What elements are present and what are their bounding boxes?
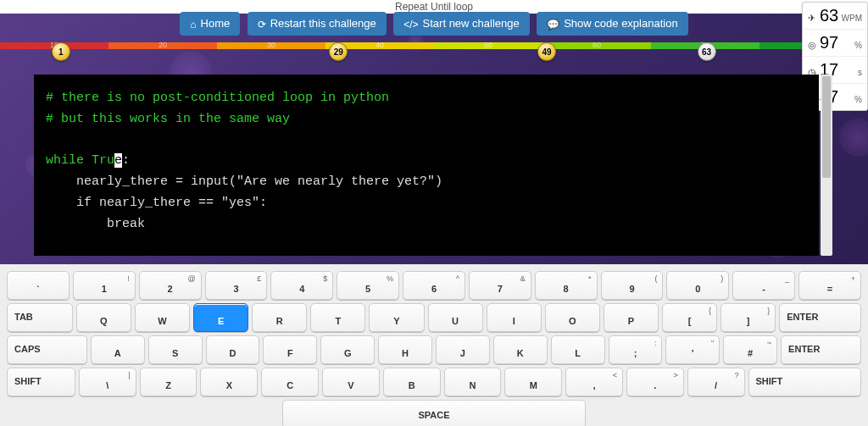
toolbar: ⌂Home ⟳Restart this challenge </>Start n… xyxy=(0,12,868,36)
progress-marker: 29 xyxy=(329,42,348,61)
key-][interactable]: }] xyxy=(721,303,776,332)
key-[[interactable]: {[ xyxy=(662,303,717,332)
key-6[interactable]: ^6 xyxy=(403,271,465,300)
text-cursor: e xyxy=(114,153,122,168)
key-e[interactable]: E xyxy=(193,303,248,332)
key-'[interactable]: "' xyxy=(665,335,720,364)
key-a[interactable]: A xyxy=(91,335,145,364)
chat-icon: 💬 xyxy=(547,19,559,30)
stat-wpm: ✈ 63 WPM xyxy=(803,3,867,30)
key-r[interactable]: R xyxy=(252,303,307,332)
key-d[interactable]: D xyxy=(206,335,260,364)
key-enter[interactable]: ENTER xyxy=(781,335,861,364)
key-g[interactable]: G xyxy=(320,335,375,364)
key-=[interactable]: += xyxy=(798,271,861,300)
key-2[interactable]: @2 xyxy=(139,271,202,300)
home-icon: ⌂ xyxy=(190,19,196,30)
key-;[interactable]: :; xyxy=(609,335,663,364)
plane-icon: ✈ xyxy=(808,13,820,24)
code-line xyxy=(46,130,807,152)
code-line: nearly_there = input("Are we nearly ther… xyxy=(46,172,807,193)
code-line: # but this works in the same way xyxy=(46,109,807,130)
key-0[interactable]: )0 xyxy=(666,271,729,300)
key-w[interactable]: W xyxy=(135,303,190,332)
key-i[interactable]: I xyxy=(487,303,542,332)
key--[interactable]: _- xyxy=(732,271,795,300)
key-y[interactable]: Y xyxy=(369,303,424,332)
key-4[interactable]: $4 xyxy=(270,271,333,300)
code-icon: </> xyxy=(403,19,418,30)
key-q[interactable]: Q xyxy=(76,303,131,332)
progress-marker: 49 xyxy=(537,42,556,61)
key-v[interactable]: V xyxy=(322,368,380,396)
key-tab[interactable]: TAB xyxy=(7,303,73,332)
code-line: if nearly_there == "yes": xyxy=(46,193,807,214)
key-z[interactable]: Z xyxy=(140,368,198,396)
explain-button[interactable]: 💬Show code explanation xyxy=(537,12,687,36)
progress-marker: 63 xyxy=(698,42,716,61)
key-shift[interactable]: SHIFT xyxy=(748,368,862,396)
code-line: # there is no post-conditioned loop in p… xyxy=(46,88,807,109)
key-caps[interactable]: CAPS xyxy=(7,335,87,364)
key-enter[interactable]: ENTER xyxy=(779,303,861,332)
key-3[interactable]: £3 xyxy=(205,271,268,300)
key-1[interactable]: !1 xyxy=(73,271,136,300)
key-8[interactable]: *8 xyxy=(535,271,598,300)
progress-bar: 10203040506070 1294963 xyxy=(0,42,868,51)
key-p[interactable]: P xyxy=(604,303,659,332)
key-/[interactable]: ?/ xyxy=(687,368,745,396)
key-m[interactable]: M xyxy=(504,368,562,396)
scrollbar-thumb[interactable] xyxy=(822,76,831,178)
key-.[interactable]: >. xyxy=(626,368,684,396)
key-b[interactable]: B xyxy=(383,368,441,396)
key-7[interactable]: &7 xyxy=(469,271,531,300)
code-line: break xyxy=(46,214,807,235)
key-space[interactable]: SPACE xyxy=(282,400,586,426)
key-`[interactable]: ` xyxy=(7,271,70,300)
key-t[interactable]: T xyxy=(310,303,365,332)
refresh-icon: ⟳ xyxy=(258,19,266,30)
key-5[interactable]: %5 xyxy=(337,271,399,300)
key-f[interactable]: F xyxy=(263,335,317,364)
key-x[interactable]: X xyxy=(200,368,258,396)
key-u[interactable]: U xyxy=(428,303,483,332)
home-button[interactable]: ⌂Home xyxy=(180,12,240,36)
key-l[interactable]: L xyxy=(551,335,605,364)
key-#[interactable]: ~# xyxy=(723,335,777,364)
new-challenge-button[interactable]: </>Start new challenge xyxy=(393,12,530,36)
key-j[interactable]: J xyxy=(436,335,490,364)
key-s[interactable]: S xyxy=(148,335,203,364)
code-editor[interactable]: # there is no post-conditioned loop in p… xyxy=(34,75,819,256)
key-h[interactable]: H xyxy=(378,335,432,364)
key-k[interactable]: K xyxy=(493,335,548,364)
key-,[interactable]: <, xyxy=(565,368,623,396)
key-shift[interactable]: SHIFT xyxy=(7,368,75,396)
key-o[interactable]: O xyxy=(545,303,600,332)
restart-button[interactable]: ⟳Restart this challenge xyxy=(248,12,387,36)
virtual-keyboard: `!1@2£3$4%5^6&7*8(9)0_-+= TABQWERTYUIOP{… xyxy=(0,264,868,426)
progress-marker: 1 xyxy=(52,42,70,61)
key-n[interactable]: N xyxy=(444,368,502,396)
code-line: while True: xyxy=(46,151,807,172)
stat-accuracy: ◎ 97 % xyxy=(803,30,867,57)
target-icon: ◎ xyxy=(808,40,820,51)
key-9[interactable]: (9 xyxy=(601,271,664,300)
key-c[interactable]: C xyxy=(261,368,319,396)
key-\[interactable]: |\ xyxy=(79,368,136,396)
code-scrollbar[interactable] xyxy=(821,75,832,256)
